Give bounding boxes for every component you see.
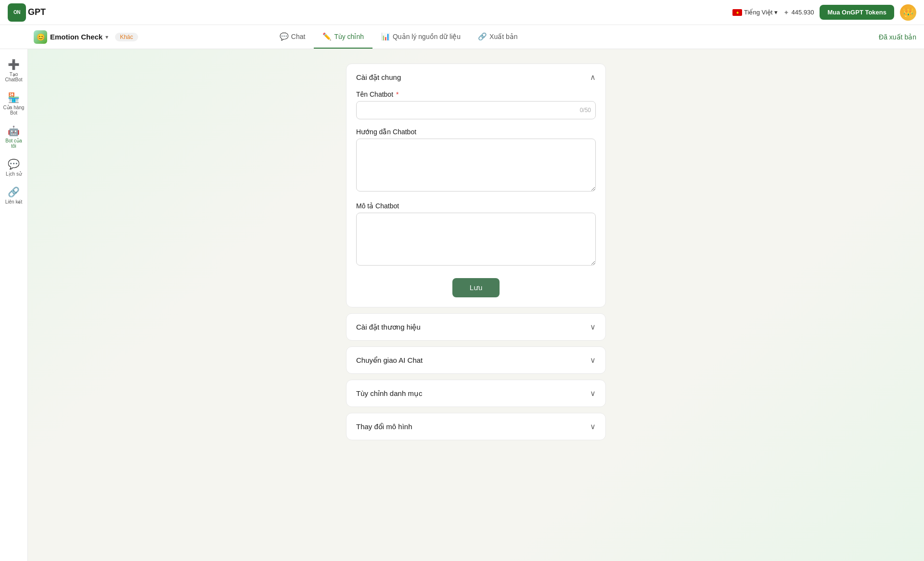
logo-text: GPT (28, 7, 46, 17)
create-chatbot-icon: ➕ (8, 59, 20, 70)
description-label: Mô tả Chatbot (356, 202, 596, 210)
bot-tag: Khác (115, 33, 138, 41)
field-bot-name: Tên Chatbot * 0/50 (356, 90, 596, 119)
section-ai-transfer: Chuyển giao AI Chat ∨ (346, 346, 606, 374)
main-content: Cài đặt chung ∧ Tên Chatbot * 0/50 (28, 49, 924, 561)
sidebar-item-create-label: Tạo ChatBot (3, 72, 25, 82)
token-area: ✦ 445.930 (783, 9, 814, 16)
sidebar-item-history[interactable]: 💬 Lịch sử (1, 154, 26, 180)
tuy-chinh-tab-icon: ✏️ (322, 32, 332, 41)
description-textarea[interactable] (356, 213, 596, 266)
instructions-textarea[interactable] (356, 139, 596, 191)
tab-quan-ly[interactable]: 📊 Quản lý nguồn dữ liệu (372, 26, 469, 49)
section-general-title: Cài đặt chung (356, 73, 401, 82)
section-model-title: Thay đổi mô hình (356, 422, 412, 431)
char-count: 0/50 (580, 107, 591, 114)
sidebar-item-connect-label: Liên kết (5, 199, 22, 204)
chevron-down-icon: ▾ (774, 9, 778, 16)
form-container: Cài đặt chung ∧ Tên Chatbot * 0/50 (346, 64, 606, 547)
section-brand: Cài đặt thương hiệu ∨ (346, 313, 606, 341)
sidebar-item-store-label: Cửa hàng Bot (3, 105, 25, 115)
sidebar-item-connect[interactable]: 🔗 Liên kết (1, 182, 26, 208)
mybot-icon: 🤖 (8, 125, 20, 137)
sidebar-item-mybot-label: Bot của tôi (3, 138, 25, 149)
bot-avatar: 😊 (34, 30, 47, 44)
field-instructions: Hướng dẫn Chatbot (356, 128, 596, 193)
token-icon: ✦ (783, 9, 789, 16)
bot-name-area: 😊 Emotion Check ▾ Khác (34, 30, 138, 44)
section-brand-chevron-icon: ∨ (590, 322, 596, 332)
publish-status[interactable]: Đã xuất bản (879, 33, 916, 41)
section-ai-transfer-header[interactable]: Chuyển giao AI Chat ∨ (346, 347, 605, 373)
section-model-chevron-icon: ∨ (590, 422, 596, 431)
section-category-header[interactable]: Tùy chỉnh danh mục ∨ (346, 380, 605, 407)
second-nav: 😊 Emotion Check ▾ Khác 💬 Chat ✏️ Tùy chỉ… (0, 25, 924, 49)
xuat-ban-tab-label: Xuất bản (489, 33, 517, 40)
language-selector[interactable]: Tiếng Việt ▾ (732, 9, 778, 16)
chat-tab-icon: 💬 (280, 32, 289, 41)
tab-tuy-chinh[interactable]: ✏️ Tùy chỉnh (314, 26, 372, 49)
bot-name-chevron-icon[interactable]: ▾ (105, 34, 108, 40)
section-ai-transfer-chevron-icon: ∨ (590, 356, 596, 365)
flag-icon (732, 9, 742, 16)
top-nav: ON GPT Tiếng Việt ▾ ✦ 445.930 Mua OnGPT … (0, 0, 924, 25)
save-button[interactable]: Lưu (452, 278, 500, 297)
required-marker: * (396, 90, 398, 98)
sidebar-item-create[interactable]: ➕ Tạo ChatBot (1, 55, 26, 86)
section-category-title: Tùy chỉnh danh mục (356, 389, 422, 398)
section-brand-header[interactable]: Cài đặt thương hiệu ∨ (346, 314, 605, 340)
language-label: Tiếng Việt (744, 9, 772, 16)
quan-ly-tab-label: Quản lý nguồn dữ liệu (393, 33, 461, 40)
xuat-ban-tab-icon: 🔗 (478, 32, 487, 41)
section-general-chevron-icon: ∧ (590, 73, 596, 82)
section-brand-title: Cài đặt thương hiệu (356, 323, 421, 332)
chat-tab-label: Chat (291, 33, 306, 40)
bot-name-label: Tên Chatbot * (356, 90, 596, 98)
tab-xuat-ban[interactable]: 🔗 Xuất bản (469, 26, 526, 49)
avatar[interactable]: 👑 (900, 4, 916, 21)
bot-name-input[interactable] (356, 101, 596, 119)
sidebar-item-history-label: Lịch sử (6, 171, 22, 177)
bot-name-input-wrapper: 0/50 (356, 101, 596, 119)
field-description: Mô tả Chatbot (356, 202, 596, 268)
nav-right: Tiếng Việt ▾ ✦ 445.930 Mua OnGPT Tokens … (732, 4, 916, 21)
section-model-header[interactable]: Thay đổi mô hình ∨ (346, 413, 605, 440)
instructions-label: Hướng dẫn Chatbot (356, 128, 596, 136)
section-category: Tùy chỉnh danh mục ∨ (346, 380, 606, 407)
logo-icon: ON (8, 3, 26, 22)
sidebar: ➕ Tạo ChatBot 🏪 Cửa hàng Bot 🤖 Bot của t… (0, 49, 28, 561)
nav-tabs: 💬 Chat ✏️ Tùy chỉnh 📊 Quản lý nguồn dữ l… (271, 26, 526, 49)
connect-icon: 🔗 (8, 186, 20, 198)
section-ai-transfer-title: Chuyển giao AI Chat (356, 356, 423, 365)
history-icon: 💬 (8, 158, 20, 170)
tuy-chinh-tab-label: Tùy chỉnh (334, 33, 364, 40)
sidebar-item-mybot[interactable]: 🤖 Bot của tôi (1, 121, 26, 153)
sidebar-item-store[interactable]: 🏪 Cửa hàng Bot (1, 88, 26, 119)
buy-tokens-button[interactable]: Mua OnGPT Tokens (820, 5, 894, 20)
section-model: Thay đổi mô hình ∨ (346, 413, 606, 440)
bot-name: Emotion Check (50, 33, 103, 41)
section-category-chevron-icon: ∨ (590, 389, 596, 398)
section-general-body: Tên Chatbot * 0/50 Hướng dẫn Chatbot Mô … (346, 90, 605, 307)
quan-ly-tab-icon: 📊 (381, 32, 390, 41)
token-count: 445.930 (791, 9, 814, 16)
section-general-header[interactable]: Cài đặt chung ∧ (346, 64, 605, 90)
tab-chat[interactable]: 💬 Chat (271, 26, 314, 49)
store-icon: 🏪 (8, 92, 20, 103)
logo-area: ON GPT (8, 3, 46, 22)
section-general: Cài đặt chung ∧ Tên Chatbot * 0/50 (346, 64, 606, 307)
